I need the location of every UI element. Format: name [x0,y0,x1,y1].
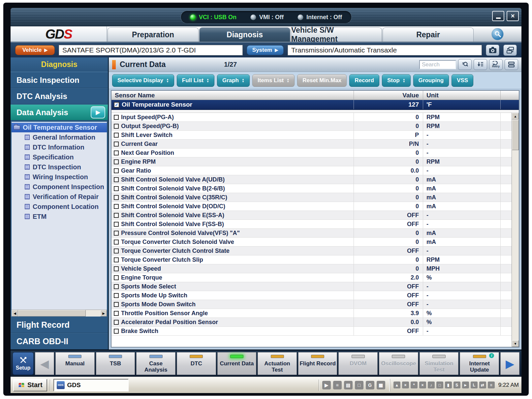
row-checkbox[interactable] [114,142,119,147]
sidebar-menu-item[interactable]: Basic Inspection ▶ [11,72,108,88]
scroll-up-button[interactable]: ▲ [512,113,519,119]
table-row[interactable]: Sports Mode Up Switch OFF - [111,291,512,300]
toolbar-button[interactable]: Grouping ▲▼ [413,74,449,87]
scroll-functions-left-button[interactable]: ◀ [35,352,54,375]
tree-item[interactable]: Specification [12,152,107,162]
row-checkbox[interactable] [114,168,119,173]
row-checkbox[interactable] [114,293,119,298]
table-row-selected[interactable]: ✓ Oil Temperature Sensor 127 'F [111,100,519,110]
retry-button[interactable]: Retry [489,59,503,70]
tray-icon[interactable]: □ [436,382,443,388]
search-input[interactable] [419,60,456,69]
table-row[interactable]: Pressure Control Solenoid Valve(VFS) "A"… [111,229,512,238]
row-checkbox[interactable] [114,222,119,227]
tray-icon[interactable]: × [402,382,409,388]
nav-tab[interactable]: Repair [383,27,474,42]
function-button[interactable]: i Case Analysis [136,352,175,375]
table-row[interactable]: Engine Torque 2.0 % [111,273,512,282]
toolbar-button[interactable]: Reset Min.Max ▲▼ [297,74,347,87]
function-button[interactable]: i Current Data [217,352,257,375]
column-header-unit[interactable]: Unit [423,91,500,100]
toolbar-button[interactable]: VSS ▲▼ [452,74,473,87]
row-checkbox[interactable] [114,249,119,253]
tray-icon[interactable]: × [419,382,426,388]
row-checkbox[interactable] [114,186,119,191]
tree-item[interactable]: Verification of Repair [12,192,107,202]
tree-item-selected[interactable]: Oil Temperature Sensor [12,123,107,132]
scroll-thumb[interactable] [512,120,519,150]
scroll-functions-right-button[interactable]: ▶ [500,352,519,375]
table-row[interactable]: Gear Ratio 0.0 - [111,166,512,175]
tray-icon[interactable]: ♪ [428,382,435,388]
table-row[interactable]: Shift Lever Switch P - [111,131,512,140]
tree-item[interactable]: Component Location [12,202,107,212]
vehicle-value-field[interactable]: SANTAFE SPORT(DMA)/2013/G 2.0 T-GDI [59,45,243,55]
table-row[interactable]: Torque Converter Clutch Control State OF… [111,247,512,255]
quick-launch-icon[interactable]: □ [355,381,363,389]
row-checkbox[interactable] [114,302,119,307]
scroll-left-button[interactable]: ◀ [12,310,18,316]
table-row[interactable]: Current Gear P/N - [111,140,512,149]
table-row[interactable]: Brake Switch OFF - [111,327,512,336]
row-checkbox[interactable] [114,275,119,280]
function-button[interactable]: i Internet Update [460,352,499,375]
table-row[interactable]: Throttle Position Sensor Angle 3.9 % [111,309,512,318]
row-checkbox[interactable] [114,150,119,155]
row-checkbox[interactable] [114,213,119,218]
row-checkbox[interactable] [114,124,119,129]
column-header-value[interactable]: Value [354,91,423,100]
nav-tab[interactable]: Diagnosis [199,27,290,42]
toolbar-button[interactable]: Record ▲▼ [349,74,379,87]
vehicle-select-button[interactable]: Vehicle▶ [15,45,55,55]
system-value-field[interactable]: Transmission/Automatic Transaxle [288,45,482,55]
toolbar-button[interactable]: Selective Display ▲▼ [112,74,174,87]
row-checkbox[interactable] [114,320,119,325]
row-checkbox-checked[interactable]: ✓ [114,102,119,108]
table-row[interactable]: Shift Control Solenoid Valve E(SS-A) OFF… [111,211,512,220]
table-row[interactable]: Shift Control Solenoid Valve D(OD/C) 0 m… [111,202,512,211]
tray-icon[interactable]: L [471,382,478,388]
nav-tab[interactable]: Preparation [108,27,199,42]
row-checkbox[interactable] [114,177,119,182]
table-row[interactable]: Accelerator Pedal Position Sensor 0.0 % [111,318,512,327]
taskbar-gds-button[interactable]: GDS GDS [53,379,129,391]
function-button[interactable]: i Flight Record [298,352,337,375]
function-button[interactable]: i DTC [177,352,216,375]
quick-launch-icon[interactable]: ▶ [322,381,331,389]
toolbar-button[interactable]: Graph ▲▼ [217,74,250,87]
tree-item[interactable]: DTC Information [12,142,107,152]
tray-icon[interactable]: * [411,382,418,388]
row-checkbox[interactable] [114,204,119,209]
table-row[interactable]: Engine RPM 0 RPM [111,157,512,166]
toolbar-button[interactable]: Full List ▲▼ [177,74,214,87]
row-checkbox[interactable] [114,311,119,316]
table-row[interactable]: Shift Control Solenoid Valve A(UD/B) 0 m… [111,175,512,184]
table-row[interactable]: Shift Control Solenoid Valve F(SS-B) OFF… [111,220,512,229]
tree-item[interactable]: DTC Inspection [12,162,107,172]
minimize-button[interactable] [492,11,504,21]
function-button[interactable]: i TSB [96,352,135,375]
table-row[interactable]: Output Speed(PG-B) 0 RPM [111,122,512,131]
table-row[interactable]: Next Gear Position 0 - [111,149,512,157]
tree-item[interactable]: Wiring Inspection [12,172,107,182]
function-button[interactable]: i Manual [55,352,95,375]
row-checkbox[interactable] [114,115,119,120]
row-checkbox[interactable] [114,195,119,200]
scroll-thumb[interactable] [18,310,86,316]
row-checkbox[interactable] [114,133,119,138]
function-button[interactable]: i Oscilloscope [379,352,418,375]
tray-icon[interactable]: ≡ [488,382,495,388]
tree-item[interactable]: Component Inspection [12,182,107,192]
tree-item[interactable]: ETM [12,212,107,221]
sidebar-menu-item[interactable]: DTC Analysis ▶ [11,88,108,104]
sidebar-menu-item[interactable]: CARB OBD-II [11,333,108,349]
setup-button[interactable]: Setup [13,352,34,375]
toolbar-button[interactable]: Items List ▲▼ [252,74,295,87]
sidebar-menu-item[interactable]: Flight Record [11,316,108,333]
horizontal-scrollbar[interactable]: ◀ ▶ [12,310,107,316]
row-checkbox[interactable] [114,257,119,262]
quick-launch-icon[interactable]: ▦ [377,381,385,389]
row-checkbox[interactable] [114,159,119,164]
tree-item[interactable]: General Information [12,132,107,142]
system-select-button[interactable]: System▶ [247,45,284,55]
